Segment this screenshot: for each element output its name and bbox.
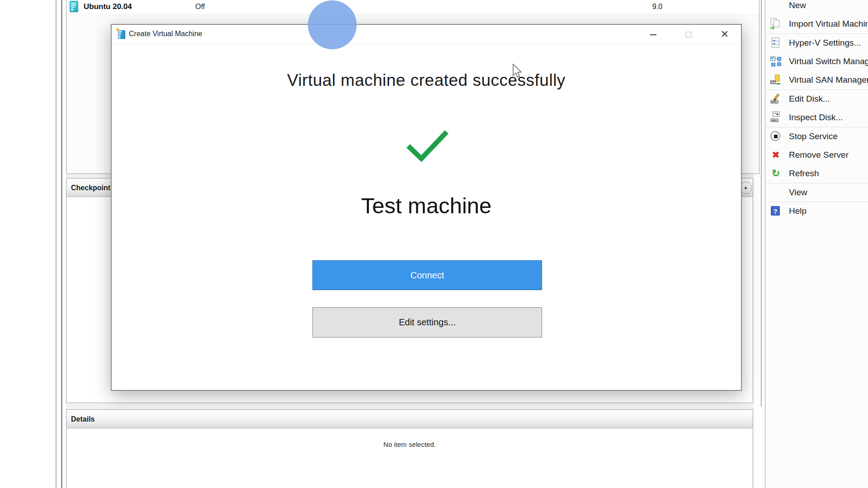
action-import-virtual-machine[interactable]: ➜ Import Virtual Machine... — [765, 14, 868, 33]
navigation-pane-divider — [61, 0, 62, 488]
virtual-san-manager-icon — [770, 74, 782, 86]
action-edit-disk[interactable]: Edit Disk... — [765, 89, 868, 108]
action-inspect-disk[interactable]: Inspect Disk... — [765, 108, 868, 127]
action-virtual-san-manager[interactable]: Virtual SAN Manager... — [765, 71, 868, 89]
new-virtual-machine-icon: ✶ — [117, 29, 126, 39]
minimize-button[interactable] — [647, 28, 660, 40]
vm-list-row[interactable]: Ubuntu 20.04 Off 9.0 — [66, 0, 759, 15]
vm-state-cell: Off — [195, 3, 205, 11]
close-button[interactable]: ✕ — [718, 28, 731, 40]
window-edge-line — [56, 0, 57, 488]
details-pane: Details No item selected. — [66, 409, 753, 488]
action-new[interactable]: New — [765, 0, 868, 14]
actions-panel: New ➜ Import Virtual Machine... Hyper-V … — [765, 0, 868, 488]
vm-name-text: Test machine — [112, 193, 741, 218]
maximize-button[interactable] — [682, 28, 695, 40]
vm-config-version-cell: 9.0 — [652, 3, 662, 11]
action-refresh[interactable]: ↻ Refresh — [765, 164, 868, 183]
dialog-titlebar: ✶ Create Virtual Machine ✕ — [112, 25, 741, 44]
virtual-switch-manager-icon — [770, 56, 782, 67]
new-star-glyph: ✶ — [115, 26, 120, 33]
hyper-v-settings-icon — [770, 37, 782, 49]
success-heading: Virtual machine created successfully — [112, 71, 741, 90]
inspect-disk-icon — [770, 112, 782, 123]
vm-name-cell: Ubuntu 20.04 — [84, 2, 132, 11]
action-virtual-switch-manager[interactable]: Virtual Switch Manager... — [765, 52, 868, 70]
details-header: Details — [66, 410, 753, 428]
collapse-arrow-icon: ▲ — [744, 185, 748, 190]
virtual-machine-icon — [70, 1, 78, 12]
success-check-icon — [405, 128, 450, 164]
connect-button[interactable]: Connect — [312, 260, 542, 290]
actions-list: New ➜ Import Virtual Machine... Hyper-V … — [765, 0, 868, 221]
action-view[interactable]: View — [765, 183, 868, 202]
create-virtual-machine-dialog: ✶ Create Virtual Machine ✕ Virtual machi… — [111, 24, 742, 391]
help-icon: ? — [770, 205, 782, 217]
details-empty-message: No item selected. — [66, 428, 753, 448]
checkpoints-header-label: Checkpoints — [71, 184, 114, 192]
edit-settings-button[interactable]: Edit settings... — [312, 307, 542, 338]
import-virtual-machine-icon: ➜ — [770, 18, 782, 30]
edit-disk-icon — [770, 93, 782, 105]
action-hyper-v-settings[interactable]: Hyper-V Settings... — [765, 33, 868, 52]
action-remove-server[interactable]: ✖ Remove Server — [765, 145, 868, 164]
action-help[interactable]: ? Help — [765, 202, 868, 220]
remove-server-icon: ✖ — [770, 149, 782, 161]
import-arrow-glyph: ➜ — [769, 24, 775, 31]
action-stop-service[interactable]: Stop Service — [765, 127, 868, 145]
details-header-label: Details — [71, 415, 94, 423]
center-region-right-border — [761, 0, 762, 407]
stop-service-icon — [770, 131, 782, 142]
dialog-title: Create Virtual Machine — [129, 30, 202, 38]
refresh-icon: ↻ — [770, 168, 782, 179]
